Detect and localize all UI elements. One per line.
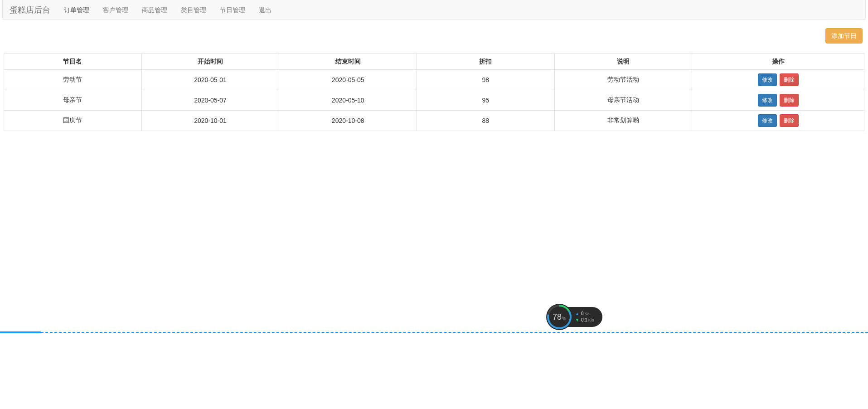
col-desc: 说明 — [554, 54, 692, 70]
nav-item-logout[interactable]: 退出 — [252, 0, 278, 20]
navbar: 蛋糕店后台 订单管理 客户管理 商品管理 类目管理 节日管理 退出 — [2, 0, 866, 20]
toolbar: 添加节日 — [4, 28, 864, 44]
cell-discount: 95 — [417, 90, 555, 111]
table-header-row: 节日名 开始时间 结束时间 折扣 说明 操作 — [4, 54, 864, 70]
cell-start: 2020-05-01 — [141, 70, 279, 90]
nav-item-products[interactable]: 商品管理 — [135, 0, 174, 20]
nav-item-categories[interactable]: 类目管理 — [174, 0, 213, 20]
nav-link[interactable]: 退出 — [252, 0, 278, 20]
col-end: 结束时间 — [279, 54, 417, 70]
cell-name: 母亲节 — [4, 90, 142, 111]
cell-desc: 母亲节活动 — [554, 90, 692, 111]
cell-op: 修改 删除 — [692, 70, 864, 90]
nav-item-festivals[interactable]: 节日管理 — [213, 0, 252, 20]
edit-button[interactable]: 修改 — [758, 73, 777, 86]
nav-item-customers[interactable]: 客户管理 — [96, 0, 135, 20]
col-op: 操作 — [692, 54, 864, 70]
cell-op: 修改 删除 — [692, 90, 864, 111]
table-row: 国庆节2020-10-012020-10-0888非常划算哟修改 删除 — [4, 111, 864, 131]
delete-button[interactable]: 删除 — [780, 73, 799, 86]
delete-button[interactable]: 删除 — [780, 114, 799, 127]
col-discount: 折扣 — [417, 54, 555, 70]
nav-link[interactable]: 商品管理 — [135, 0, 174, 20]
nav-link[interactable]: 类目管理 — [174, 0, 213, 20]
cell-desc: 劳动节活动 — [554, 70, 692, 90]
table-row: 劳动节2020-05-012020-05-0598劳动节活动修改 删除 — [4, 70, 864, 90]
table-row: 母亲节2020-05-072020-05-1095母亲节活动修改 删除 — [4, 90, 864, 111]
cell-end: 2020-10-08 — [279, 111, 417, 131]
cell-discount: 98 — [417, 70, 555, 90]
add-festival-button[interactable]: 添加节日 — [825, 28, 863, 44]
nav-link[interactable]: 节日管理 — [213, 0, 252, 20]
col-name: 节日名 — [4, 54, 142, 70]
table-body: 劳动节2020-05-012020-05-0598劳动节活动修改 删除母亲节20… — [4, 70, 864, 131]
cell-start: 2020-05-07 — [141, 90, 279, 111]
cell-desc: 非常划算哟 — [554, 111, 692, 131]
edit-button[interactable]: 修改 — [758, 114, 777, 127]
nav-link[interactable]: 客户管理 — [96, 0, 135, 20]
main-container: 添加节日 节日名 开始时间 结束时间 折扣 说明 操作 劳动节2020-05-0… — [0, 28, 868, 131]
cell-start: 2020-10-01 — [141, 111, 279, 131]
cell-name: 国庆节 — [4, 111, 142, 131]
navbar-brand: 蛋糕店后台 — [10, 0, 57, 20]
cell-end: 2020-05-10 — [279, 90, 417, 111]
nav-items: 订单管理 客户管理 商品管理 类目管理 节日管理 退出 — [57, 0, 278, 20]
festival-table: 节日名 开始时间 结束时间 折扣 说明 操作 劳动节2020-05-012020… — [4, 54, 864, 131]
edit-button[interactable]: 修改 — [758, 94, 777, 107]
col-start: 开始时间 — [141, 54, 279, 70]
cell-end: 2020-05-05 — [279, 70, 417, 90]
delete-button[interactable]: 删除 — [780, 94, 799, 107]
nav-link[interactable]: 订单管理 — [57, 0, 96, 20]
cell-op: 修改 删除 — [692, 111, 864, 131]
cell-name: 劳动节 — [4, 70, 142, 90]
nav-item-orders[interactable]: 订单管理 — [57, 0, 96, 20]
cell-discount: 88 — [417, 111, 555, 131]
